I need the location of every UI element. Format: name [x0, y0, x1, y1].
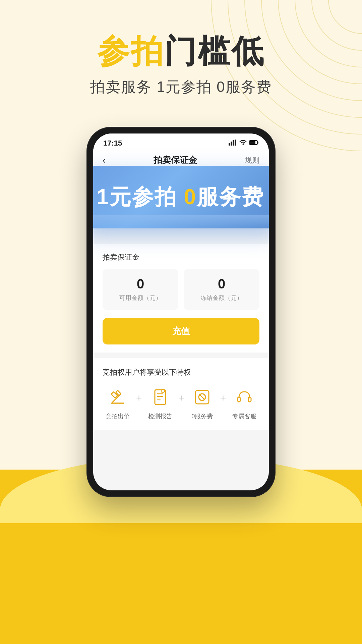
auction-icon — [106, 385, 129, 409]
status-icons — [229, 140, 259, 147]
promo-banner: 1元参拍 0服务费 — [93, 166, 269, 228]
auction-label: 竞拍出价 — [106, 412, 130, 420]
phone-screen: 17:15 ‹ 拍卖保证金 规则 — [93, 133, 269, 490]
frozen-balance-card: 0 冻结金额（元） — [184, 269, 259, 310]
banner-text: 1元参拍 0服务费 — [97, 182, 265, 212]
privileges-section: 竞拍权用户将享受以下特权 竞拍出价 — [93, 358, 269, 430]
status-time: 17:15 — [103, 139, 122, 148]
svg-point-0 — [328, 0, 362, 34]
headset-icon — [233, 385, 256, 409]
privilege-report: 检测报告 — [148, 385, 172, 420]
plus-2: + — [178, 392, 184, 404]
signal-icon — [229, 140, 237, 147]
svg-rect-11 — [235, 140, 236, 146]
zero-fee-icon — [190, 385, 214, 409]
frozen-amount: 0 — [189, 277, 254, 290]
privileges-title: 竞拍权用户将享受以下特权 — [103, 367, 259, 377]
headline-section: 参拍门槛低 拍卖服务 1元参拍 0服务费 — [0, 34, 362, 97]
guarantee-section: 拍卖保证金 0 可用金额（元） 0 冻结金额（元） 充值 — [93, 244, 269, 353]
privileges-row: 竞拍出价 + — [103, 385, 259, 420]
plus-3: + — [220, 392, 226, 404]
headline-main: 参拍门槛低 — [0, 34, 362, 69]
available-label: 可用金额（元） — [108, 294, 173, 302]
svg-rect-9 — [231, 142, 232, 146]
guarantee-section-title: 拍卖保证金 — [103, 252, 259, 262]
phone-frame: 17:15 ‹ 拍卖保证金 规则 — [87, 127, 275, 496]
svg-rect-8 — [229, 143, 230, 146]
svg-rect-14 — [257, 142, 258, 144]
plus-1: + — [136, 392, 142, 404]
headline-part2: 门槛低 — [164, 33, 265, 69]
status-bar: 17:15 — [93, 133, 269, 150]
recharge-button[interactable]: 充值 — [103, 318, 259, 344]
rule-link[interactable]: 规则 — [245, 155, 259, 165]
zero-fee-label: 0服务费 — [191, 412, 213, 420]
privilege-auction: 竞拍出价 — [106, 385, 130, 420]
available-balance-card: 0 可用金额（元） — [103, 269, 178, 310]
banner-text-2: 服务费 — [197, 185, 264, 209]
svg-point-23 — [161, 389, 165, 393]
svg-rect-10 — [233, 140, 234, 146]
balance-row: 0 可用金额（元） 0 冻结金额（元） — [103, 269, 259, 310]
svg-line-26 — [199, 394, 205, 400]
available-amount: 0 — [108, 277, 173, 290]
banner-zero: 0 — [184, 185, 197, 209]
report-icon — [148, 385, 172, 409]
headline-subtitle: 拍卖服务 1元参拍 0服务费 — [0, 77, 362, 97]
wifi-icon — [239, 140, 247, 147]
service-label: 专属客服 — [232, 412, 256, 420]
privilege-service: 专属客服 — [232, 385, 256, 420]
frozen-label: 冻结金额（元） — [189, 294, 254, 302]
phone-mockup: 17:15 ‹ 拍卖保证金 规则 — [87, 127, 275, 496]
page-title: 拍卖保证金 — [154, 154, 197, 166]
banner-decoration — [93, 215, 269, 228]
battery-icon — [249, 140, 259, 147]
back-button[interactable]: ‹ — [103, 155, 106, 166]
headline-part1: 参拍 — [97, 33, 164, 69]
svg-rect-13 — [250, 141, 255, 144]
report-label: 检测报告 — [148, 412, 172, 420]
privilege-zero-fee: 0服务费 — [190, 385, 214, 420]
banner-text-1: 1元参拍 — [97, 185, 184, 209]
